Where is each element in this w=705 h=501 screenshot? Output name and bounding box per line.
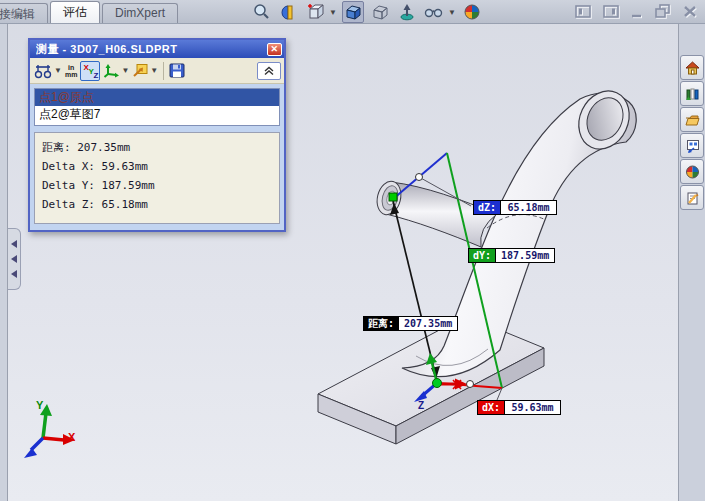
measure-dialog: 测量 - 3D07_H06.SLDPRT ✕ ▼ in mm X Y Z ▼: [28, 38, 286, 232]
open-folder-icon: [685, 113, 700, 126]
list-item-point1[interactable]: 点1@原点: [35, 89, 279, 106]
callout-distance: 距离: 207.35mm: [363, 316, 458, 331]
left-panel-edge: [0, 24, 8, 501]
measure-dialog-toolbar: ▼ in mm X Y Z ▼ ▼: [30, 58, 284, 84]
tab-evaluate[interactable]: 评估: [50, 1, 100, 23]
document-pencil-icon: [685, 191, 700, 205]
chevron-up-icon: [263, 66, 275, 76]
dy-value: 187.59mm: [496, 248, 555, 263]
tab-dimxpert[interactable]: DimXpert: [102, 3, 178, 23]
section-view-icon[interactable]: [277, 1, 299, 23]
task-pane: [678, 24, 705, 501]
triad-y-label: Y: [36, 399, 44, 411]
view-orientation-dropdown-icon[interactable]: ▼: [329, 8, 337, 17]
appearances-button[interactable]: [680, 159, 704, 184]
appearances-sphere-icon: [685, 165, 700, 179]
toolbar-separator: [163, 62, 164, 80]
list-item-point2[interactable]: 点2@草图7: [35, 106, 279, 123]
measure-dialog-body: 点1@原点 点2@草图7 距离: 207.35mm Delta X: 59.63…: [30, 84, 284, 228]
measure-caliper-icon[interactable]: [33, 63, 53, 79]
view-palette-button[interactable]: [680, 133, 704, 158]
home-icon: [685, 61, 700, 75]
projected-on-icon[interactable]: [132, 63, 149, 78]
restore-icon[interactable]: [655, 4, 671, 22]
callout-dy: dY: 187.59mm: [468, 248, 555, 263]
reference-triad: Y X: [24, 399, 76, 458]
selection-list: 点1@原点 点2@草图7: [34, 88, 280, 126]
dx-value: 59.63mm: [505, 400, 561, 415]
result-delta-y: Delta Y: 187.59mm: [42, 176, 279, 195]
display-style-eyeglasses-icon[interactable]: [423, 1, 445, 23]
collapse-panel-handle[interactable]: [8, 228, 21, 290]
units-mm-label: mm: [65, 71, 77, 78]
file-explorer-button[interactable]: [680, 107, 704, 132]
books-icon: [685, 87, 700, 101]
view-toolbar: ▼ ▼: [250, 1, 483, 23]
callout-dx: dX: 59.63mm: [477, 400, 561, 415]
tab-sketch-edit[interactable]: 接编辑: [0, 3, 48, 23]
xyz-z-label: Z: [93, 71, 98, 80]
distance-tag: 距离:: [363, 316, 399, 331]
left-arrow-icon: [10, 270, 18, 278]
result-delta-x: Delta X: 59.63mm: [42, 157, 279, 176]
measurement-results: 距离: 207.35mm Delta X: 59.63mm Delta Y: 1…: [34, 132, 280, 224]
measure-dropdown-icon[interactable]: ▼: [54, 66, 62, 75]
solidworks-window: Z Y X dZ: 65.18mm dY: 187.59mm 距离: 207.3…: [0, 0, 705, 501]
collapse-right-pane-icon[interactable]: [603, 4, 619, 22]
left-arrow-icon: [10, 240, 18, 248]
normal-to-arrow-icon[interactable]: [396, 1, 418, 23]
dialog-close-button[interactable]: ✕: [267, 43, 282, 56]
measure-dialog-titlebar[interactable]: 测量 - 3D07_H06.SLDPRT ✕: [30, 40, 284, 58]
distance-value: 207.35mm: [399, 316, 458, 331]
solidworks-resources-home-button[interactable]: [680, 55, 704, 80]
base-plate: [318, 316, 544, 444]
coordinate-system-icon[interactable]: [103, 63, 120, 78]
dz-endpoint-marker: [416, 174, 423, 181]
dx-tag: dX:: [477, 400, 505, 415]
origin-z-label: Z: [418, 400, 424, 411]
left-arrow-icon: [10, 255, 18, 263]
design-library-button[interactable]: [680, 81, 704, 106]
triad-x-label: X: [68, 431, 76, 443]
dz-tag: dZ:: [473, 200, 501, 215]
minimize-icon[interactable]: [631, 4, 643, 22]
measure-point-1: [389, 193, 397, 201]
result-distance: 距离: 207.35mm: [42, 138, 279, 157]
window-controls: [575, 4, 697, 22]
units-in-label: in: [65, 64, 77, 71]
view-palette-icon: [685, 139, 700, 153]
collapse-dialog-button[interactable]: [257, 62, 281, 80]
measure-dialog-title: 测量 - 3D07_H06.SLDPRT: [36, 42, 267, 57]
zoom-to-fit-icon[interactable]: [250, 1, 272, 23]
result-delta-z: Delta Z: 65.18mm: [42, 195, 279, 214]
callout-dz: dZ: 65.18mm: [473, 200, 557, 215]
wireframe-icon[interactable]: [369, 1, 391, 23]
measure-point-2-origin: [433, 379, 442, 388]
command-tabs: 接编辑 评估 DimXpert: [0, 1, 180, 23]
close-icon[interactable]: [683, 4, 697, 22]
dy-tag: dY:: [468, 248, 496, 263]
xyz-relative-button[interactable]: X Y Z: [80, 61, 100, 81]
dz-value: 65.18mm: [501, 200, 557, 215]
display-style-dropdown-icon[interactable]: ▼: [448, 8, 456, 17]
units-icon[interactable]: in mm: [65, 64, 77, 78]
collapse-left-pane-icon[interactable]: [575, 4, 591, 22]
shaded-with-edges-icon[interactable]: [342, 1, 364, 23]
custom-properties-button[interactable]: [680, 185, 704, 210]
view-orientation-icon[interactable]: [304, 1, 326, 23]
realview-sphere-icon[interactable]: [461, 1, 483, 23]
save-icon[interactable]: [169, 63, 185, 78]
command-bar: 接编辑 评估 DimXpert ▼: [0, 0, 705, 24]
projected-on-dropdown-icon[interactable]: ▼: [150, 66, 158, 75]
coordinate-system-dropdown-icon[interactable]: ▼: [121, 66, 129, 75]
dx-endpoint-marker: [467, 381, 474, 388]
